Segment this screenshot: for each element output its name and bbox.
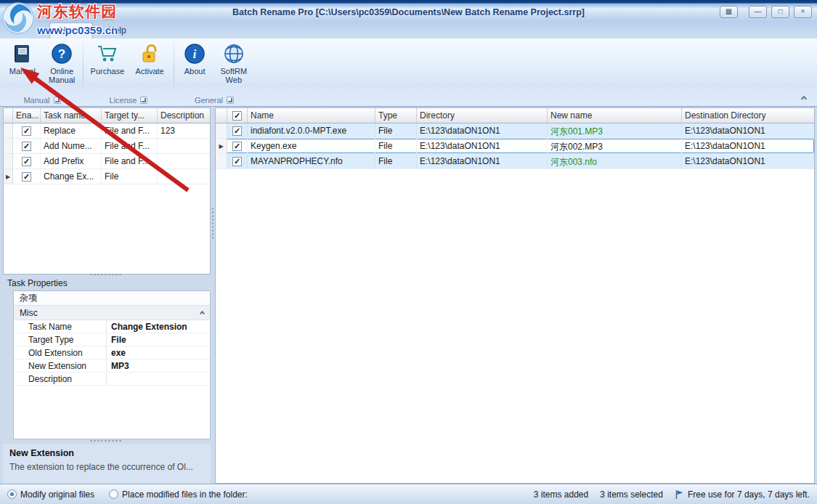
minimize-button[interactable]: — [749, 6, 767, 18]
task-row-selected[interactable]: ▶ ✓ Change Ex... File [4, 169, 210, 184]
ribbon-group-license: Purchase Activate License [84, 38, 173, 106]
modify-original-label: Modify original files [20, 489, 94, 500]
radio-unselected-icon [109, 489, 118, 499]
ribbon-group-general: i About SoftRM Web General [175, 38, 253, 106]
horizontal-splitter[interactable] [89, 273, 121, 276]
file-directory-cell: E:\123\dataON1ON1 [417, 154, 548, 168]
skin-menu-button[interactable]: ▦ [720, 6, 738, 18]
svg-text:i: i [193, 48, 197, 60]
window-title: Batch Rename Pro [C:\Users\pc0359\Docume… [232, 4, 585, 17]
help-text: The extension to replace the occurrence … [9, 462, 204, 472]
column-name[interactable]: Name [248, 108, 375, 123]
place-modified-label: Place modified files in the folder: [122, 489, 248, 500]
task-list-header: Ena... Task name Target ty... Descriptio… [4, 108, 210, 123]
task-enabled-checkbox[interactable]: ✓ [22, 142, 31, 151]
group-license-buttons: Purchase Activate [84, 38, 173, 94]
task-enabled-checkbox[interactable]: ✓ [22, 172, 31, 182]
properties-group-misc[interactable]: Misc [14, 306, 210, 320]
property-row[interactable]: Target Type File [14, 333, 210, 346]
svg-text:?: ? [58, 47, 65, 61]
property-value[interactable]: MP3 [107, 359, 210, 372]
property-row[interactable]: Task Name Change Extension [14, 320, 210, 333]
group-label-manual: Manual [2, 94, 82, 106]
activate-button[interactable]: Activate [131, 40, 169, 77]
horizontal-splitter[interactable] [89, 439, 121, 442]
task-enabled-cell: ✓ [13, 139, 41, 153]
group-general-buttons: i About SoftRM Web [175, 38, 253, 94]
flag-icon [675, 489, 684, 500]
properties-category-tab[interactable]: 杂项 [14, 291, 210, 306]
property-value[interactable] [107, 373, 210, 385]
globe-icon [222, 42, 245, 65]
file-name-cell: Keygen.exe [248, 139, 375, 153]
modify-original-radio[interactable]: Modify original files [7, 489, 94, 500]
task-header-gutter [4, 108, 13, 123]
group-dialog-launcher-icon[interactable] [140, 97, 147, 104]
column-task-name[interactable]: Task name [41, 108, 102, 123]
file-checkbox[interactable]: ✓ [232, 157, 242, 166]
property-row[interactable]: New Extension MP3 [14, 359, 210, 373]
file-checked-cell: ✓ [227, 154, 248, 168]
trial-text: Free use for 7 days, 7 days left. [688, 489, 810, 500]
titlebar[interactable]: Batch Rename Pro [C:\Users\pc0359\Docume… [0, 0, 817, 22]
task-row[interactable]: ✓ Replace File and F... 123 [4, 123, 210, 139]
property-row[interactable]: Old Extension exe [14, 346, 210, 359]
place-modified-radio[interactable]: Place modified files in the folder: [109, 489, 248, 500]
task-target-cell: File and F... [102, 154, 158, 168]
ribbon-collapse-button[interactable] [797, 93, 811, 104]
radio-selected-icon [7, 489, 17, 499]
file-row-selected[interactable]: ▶ ✓ Keygen.exe File E:\123\dataON1ON1 河东… [216, 139, 814, 154]
close-button[interactable]: × [794, 6, 812, 18]
property-row[interactable]: Description [14, 373, 210, 386]
property-value[interactable]: File [107, 333, 210, 346]
row-selector-gutter [4, 139, 13, 153]
about-button[interactable]: i About [176, 40, 214, 77]
file-row[interactable]: ✓ MAYANPROPHECY.nfo File E:\123\dataON1O… [216, 154, 814, 169]
purchase-button[interactable]: Purchase [88, 40, 126, 77]
tab-home[interactable]: Home [49, 23, 93, 38]
group-dialog-launcher-icon[interactable] [54, 97, 61, 104]
row-selector-gutter [4, 123, 13, 138]
property-value[interactable]: Change Extension [107, 320, 210, 333]
column-destination-directory[interactable]: Destination Directory [682, 108, 814, 123]
app-window: Batch Rename Pro [C:\Users\pc0359\Docume… [0, 0, 817, 504]
select-all-cell: ✓ [227, 108, 248, 123]
online-manual-button-label: Online Manual [43, 67, 81, 84]
column-type[interactable]: Type [375, 108, 417, 123]
column-target-type[interactable]: Target ty... [102, 108, 158, 123]
property-value[interactable]: exe [107, 346, 210, 359]
file-checkbox[interactable]: ✓ [232, 126, 242, 136]
file-destination-cell: E:\123\dataON1ON1 [682, 123, 814, 138]
vertical-splitter[interactable] [211, 207, 214, 239]
column-enabled[interactable]: Ena... [13, 108, 41, 123]
column-new-name[interactable]: New name [548, 108, 682, 123]
padlock-icon [138, 42, 161, 65]
task-row[interactable]: ✓ Add Nume... File and F... [4, 139, 210, 154]
task-list-panel: Ena... Task name Target ty... Descriptio… [3, 107, 211, 275]
manual-book-icon [11, 42, 34, 65]
purchase-button-label: Purchase [91, 67, 124, 76]
softrm-web-button[interactable]: SoftRM Web [214, 40, 253, 86]
file-type-cell: File [375, 139, 417, 153]
group-dialog-launcher-icon[interactable] [227, 97, 234, 104]
file-checkbox[interactable]: ✓ [232, 142, 242, 151]
group-label-license-text: License [110, 96, 137, 105]
column-description[interactable]: Description [158, 108, 210, 123]
online-manual-button[interactable]: ? Online Manual [43, 40, 81, 86]
task-enabled-checkbox[interactable]: ✓ [22, 126, 31, 136]
task-properties-title: Task Properties [7, 278, 68, 288]
select-all-checkbox[interactable]: ✓ [232, 111, 242, 121]
row-selector-gutter: ▶ [4, 169, 13, 184]
column-directory[interactable]: Directory [417, 108, 548, 123]
tab-help[interactable]: Help [99, 23, 136, 38]
task-row[interactable]: ✓ Add Prefix File and F... [4, 154, 210, 169]
property-name: Description [14, 373, 107, 385]
task-enabled-checkbox[interactable]: ✓ [22, 157, 31, 166]
file-row[interactable]: ✓ indiafont.v2.0.0-MPT.exe File E:\123\d… [216, 123, 814, 139]
info-icon: i [183, 42, 206, 65]
maximize-button[interactable]: □ [771, 6, 789, 18]
check-icon: ✓ [23, 142, 30, 150]
manual-button[interactable]: Manual [3, 40, 41, 77]
file-type-cell: File [375, 154, 417, 168]
ribbon: Manual ? Online Manual Manual [0, 38, 817, 107]
